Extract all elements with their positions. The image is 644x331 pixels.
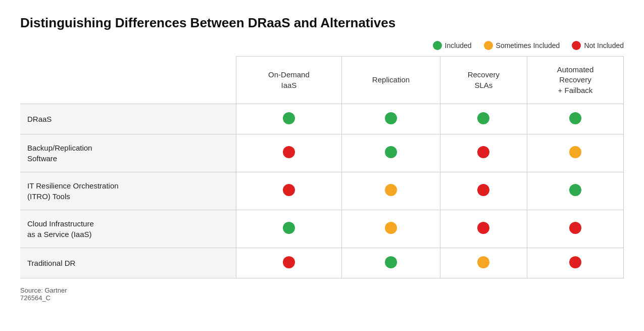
cell-dot-orange (385, 222, 397, 234)
cell-dot-red (477, 146, 489, 158)
cell-dot-green (477, 112, 489, 124)
cell-0-1 (342, 104, 440, 134)
cell-dot-green (569, 184, 581, 196)
page-title: Distinguishing Differences Between DRaaS… (20, 15, 624, 31)
cell-dot-orange (385, 184, 397, 196)
table-row: Cloud Infrastructure as a Service (IaaS) (20, 210, 624, 248)
cell-3-3 (527, 210, 623, 248)
table-row: IT Resilience Orchestration (ITRO) Tools (20, 172, 624, 210)
cell-dot-green (385, 256, 397, 268)
cell-4-0 (236, 248, 342, 278)
cell-dot-green (569, 112, 581, 124)
row-label-2: IT Resilience Orchestration (ITRO) Tools (20, 172, 236, 210)
cell-dot-green (385, 112, 397, 124)
cell-4-2 (440, 248, 527, 278)
cell-2-2 (440, 172, 527, 210)
legend-label-red: Not Included (584, 41, 624, 50)
cell-1-1 (342, 134, 440, 172)
col-header-replication: Replication (342, 57, 440, 104)
cell-2-3 (527, 172, 623, 210)
legend-label-green: Included (445, 41, 472, 50)
cell-dot-red (569, 256, 581, 268)
row-label-0: DRaaS (20, 104, 236, 134)
col-header-row-label (20, 57, 236, 104)
cell-dot-orange (569, 146, 581, 158)
col-header-recovery-slas: Recovery SLAs (440, 57, 527, 104)
cell-3-2 (440, 210, 527, 248)
legend-dot-orange (484, 41, 493, 50)
footer-id: 726564_C (20, 294, 624, 302)
cell-dot-red (283, 146, 295, 158)
col-header-automated-recovery: Automated Recovery + Failback (527, 57, 623, 104)
cell-dot-orange (477, 256, 489, 268)
legend-dot-green (433, 41, 442, 50)
cell-dot-red (283, 184, 295, 196)
cell-0-0 (236, 104, 342, 134)
source-label: Source: Gartner (20, 287, 624, 294)
cell-0-3 (527, 104, 623, 134)
cell-1-3 (527, 134, 623, 172)
cell-4-1 (342, 248, 440, 278)
cell-dot-green (283, 112, 295, 124)
cell-dot-red (477, 222, 489, 234)
cell-1-2 (440, 134, 527, 172)
comparison-table: On-Demand IaaSReplicationRecovery SLAsAu… (20, 56, 624, 278)
table-row: Backup/Replication Software (20, 134, 624, 172)
row-label-4: Traditional DR (20, 248, 236, 278)
cell-dot-green (385, 146, 397, 158)
cell-2-0 (236, 172, 342, 210)
legend: IncludedSometimes IncludedNot Included (20, 41, 624, 50)
legend-item-red: Not Included (572, 41, 624, 50)
cell-0-2 (440, 104, 527, 134)
cell-dot-red (283, 256, 295, 268)
col-header-on-demand-iaas: On-Demand IaaS (236, 57, 342, 104)
cell-dot-red (569, 222, 581, 234)
legend-item-orange: Sometimes Included (484, 41, 560, 50)
legend-dot-red (572, 41, 581, 50)
row-label-1: Backup/Replication Software (20, 134, 236, 172)
table-row: DRaaS (20, 104, 624, 134)
cell-3-1 (342, 210, 440, 248)
cell-2-1 (342, 172, 440, 210)
cell-4-3 (527, 248, 623, 278)
legend-item-green: Included (433, 41, 472, 50)
cell-3-0 (236, 210, 342, 248)
row-label-3: Cloud Infrastructure as a Service (IaaS) (20, 210, 236, 248)
legend-label-orange: Sometimes Included (496, 41, 560, 50)
table-row: Traditional DR (20, 248, 624, 278)
cell-1-0 (236, 134, 342, 172)
cell-dot-red (477, 184, 489, 196)
cell-dot-green (283, 222, 295, 234)
